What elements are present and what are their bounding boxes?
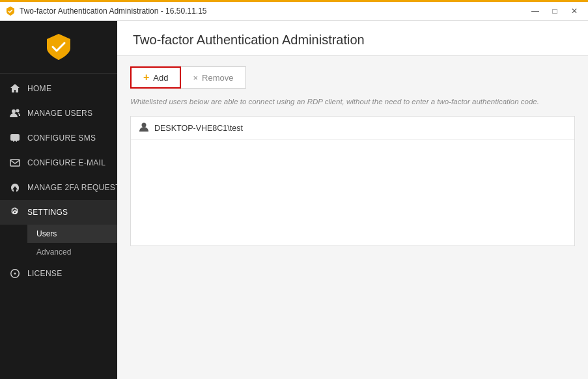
svg-rect-2 bbox=[10, 134, 20, 141]
requests-icon bbox=[9, 182, 21, 193]
user-icon bbox=[139, 122, 149, 134]
svg-point-0 bbox=[12, 109, 16, 113]
title-bar-text: Two-factor Authentication Administration… bbox=[20, 7, 207, 16]
license-icon bbox=[9, 268, 21, 279]
sidebar: HOME MANAGE USERS bbox=[0, 21, 117, 379]
whitelist-description: Whitelisted users below are able to conn… bbox=[130, 96, 575, 107]
sidebar-item-settings-advanced[interactable]: Advanced bbox=[27, 243, 117, 261]
user-list: DESKTOP-VHE8C1\test bbox=[130, 116, 575, 246]
sidebar-item-settings-users[interactable]: Users bbox=[27, 225, 117, 243]
user-item: DESKTOP-VHE8C1\test bbox=[131, 117, 574, 140]
svg-point-1 bbox=[16, 109, 20, 113]
sidebar-item-home[interactable]: HOME bbox=[0, 76, 117, 101]
logo-shield-icon bbox=[43, 31, 74, 63]
svg-point-5 bbox=[142, 123, 147, 128]
settings-icon bbox=[9, 206, 21, 218]
user-name: DESKTOP-VHE8C1\test bbox=[154, 124, 243, 133]
sidebar-item-settings[interactable]: SETTINGS bbox=[0, 200, 117, 225]
sidebar-item-license[interactable]: LICENSE bbox=[0, 261, 117, 286]
title-bar-left: Two-factor Authentication Administration… bbox=[5, 6, 207, 16]
app-container: HOME MANAGE USERS bbox=[0, 21, 588, 379]
add-label: Add bbox=[153, 73, 168, 83]
sidebar-item-configure-email[interactable]: CONFIGURE E-MAIL bbox=[0, 150, 117, 175]
sms-icon bbox=[9, 132, 21, 144]
content-area: Two-factor Authentication Administration… bbox=[117, 21, 588, 379]
sidebar-item-manage-users[interactable]: MANAGE USERS bbox=[0, 101, 117, 126]
title-bar: Two-factor Authentication Administration… bbox=[0, 0, 588, 21]
home-icon bbox=[9, 83, 21, 94]
page-title: Two-factor Authentication Administration bbox=[133, 33, 572, 48]
sidebar-nav: HOME MANAGE USERS bbox=[0, 74, 117, 379]
content-body: + Add × Remove Whitelisted users below a… bbox=[117, 56, 588, 379]
toolbar: + Add × Remove bbox=[130, 66, 575, 89]
add-icon: + bbox=[143, 72, 149, 83]
sidebar-item-configure-sms[interactable]: CONFIGURE SMS bbox=[0, 126, 117, 150]
minimize-button[interactable]: — bbox=[527, 5, 544, 18]
title-bar-controls: — □ ✕ bbox=[527, 5, 583, 18]
add-button[interactable]: + Add bbox=[130, 66, 181, 89]
close-button[interactable]: ✕ bbox=[566, 5, 583, 18]
settings-subnav: Users Advanced bbox=[0, 225, 117, 261]
app-icon bbox=[5, 6, 16, 16]
svg-point-4 bbox=[14, 273, 16, 275]
sidebar-logo bbox=[0, 21, 117, 74]
remove-button[interactable]: × Remove bbox=[181, 66, 245, 89]
remove-label: Remove bbox=[202, 73, 233, 83]
maximize-button[interactable]: □ bbox=[546, 5, 563, 18]
content-header: Two-factor Authentication Administration bbox=[117, 21, 588, 56]
svg-rect-3 bbox=[10, 160, 20, 166]
sidebar-item-manage-2fa[interactable]: MANAGE 2FA REQUESTS bbox=[0, 175, 117, 200]
email-icon bbox=[9, 157, 21, 169]
users-icon bbox=[9, 107, 21, 119]
remove-icon: × bbox=[193, 73, 198, 83]
